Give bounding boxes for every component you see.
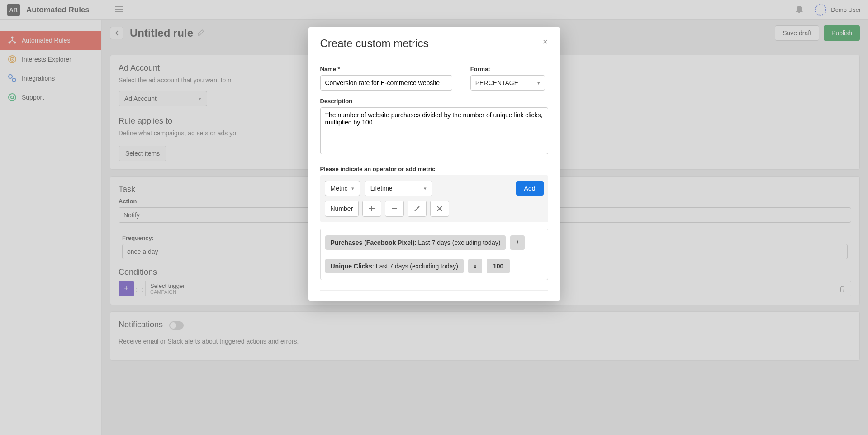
formula-token-metric[interactable]: Unique Clicks: Last 7 days (excluding to…: [325, 259, 464, 273]
close-icon[interactable]: ×: [543, 37, 548, 46]
description-label: Description: [320, 98, 548, 105]
plus-operator-button[interactable]: [362, 201, 381, 217]
metric-dropdown[interactable]: Metric ▾: [325, 181, 360, 196]
formula-token-number[interactable]: 100: [487, 259, 510, 273]
divide-operator-button[interactable]: [408, 201, 427, 217]
timeframe-dropdown[interactable]: Lifetime ▾: [365, 181, 432, 196]
modal-title: Create custom metrics: [320, 37, 429, 50]
token-bold: Unique Clicks: [331, 263, 373, 270]
multiply-operator-button[interactable]: [430, 201, 449, 217]
format-select[interactable]: PERCENTAGE ▾: [470, 75, 545, 91]
chevron-down-icon: ▾: [537, 80, 540, 86]
name-label: Name *: [320, 66, 452, 72]
formula-box: Purchases (Facebook Pixel): Last 7 days …: [320, 229, 548, 280]
format-label: Format: [470, 66, 548, 72]
minus-operator-button[interactable]: [385, 201, 404, 217]
formula-token-metric[interactable]: Purchases (Facebook Pixel): Last 7 days …: [325, 235, 506, 250]
add-metric-button[interactable]: Add: [516, 181, 544, 196]
formula-token-operator[interactable]: /: [510, 235, 525, 250]
token-rest: : Last 7 days (excluding today): [372, 263, 458, 270]
formula-token-operator[interactable]: x: [468, 259, 482, 273]
token-rest: : Last 7 days (excluding today): [414, 239, 500, 246]
metric-dropdown-label: Metric: [331, 185, 348, 192]
metric-name-input[interactable]: [320, 75, 452, 91]
chevron-down-icon: ▾: [351, 186, 354, 191]
number-input-button[interactable]: Number: [325, 201, 359, 217]
builder-area: Metric ▾ Lifetime ▾ Add Number: [320, 175, 548, 222]
token-bold: Purchases (Facebook Pixel): [331, 239, 415, 246]
modal-backdrop[interactable]: Create custom metrics × Name * Format PE…: [0, 0, 868, 435]
description-textarea[interactable]: [320, 107, 548, 154]
chevron-down-icon: ▾: [424, 186, 427, 191]
timeframe-value: Lifetime: [370, 185, 393, 192]
format-value: PERCENTAGE: [475, 79, 518, 86]
create-custom-metrics-modal: Create custom metrics × Name * Format PE…: [308, 27, 560, 301]
operator-prompt: Please indicate an operator or add metri…: [320, 166, 548, 172]
